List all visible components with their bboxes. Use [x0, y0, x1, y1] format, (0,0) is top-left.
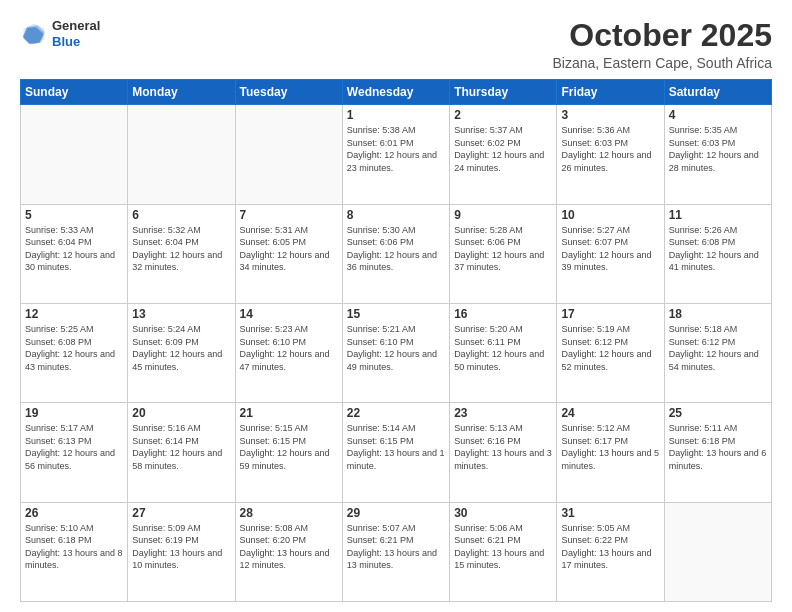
day-number: 25	[669, 406, 767, 420]
calendar-cell: 1Sunrise: 5:38 AM Sunset: 6:01 PM Daylig…	[342, 105, 449, 204]
day-info: Sunrise: 5:36 AM Sunset: 6:03 PM Dayligh…	[561, 124, 659, 174]
calendar-cell: 23Sunrise: 5:13 AM Sunset: 6:16 PM Dayli…	[450, 403, 557, 502]
calendar-week-row: 19Sunrise: 5:17 AM Sunset: 6:13 PM Dayli…	[21, 403, 772, 502]
day-info: Sunrise: 5:06 AM Sunset: 6:21 PM Dayligh…	[454, 522, 552, 572]
day-number: 8	[347, 208, 445, 222]
calendar-cell	[128, 105, 235, 204]
day-info: Sunrise: 5:23 AM Sunset: 6:10 PM Dayligh…	[240, 323, 338, 373]
day-info: Sunrise: 5:11 AM Sunset: 6:18 PM Dayligh…	[669, 422, 767, 472]
page: General Blue October 2025 Bizana, Easter…	[0, 0, 792, 612]
calendar-cell: 9Sunrise: 5:28 AM Sunset: 6:06 PM Daylig…	[450, 204, 557, 303]
day-number: 27	[132, 506, 230, 520]
day-number: 17	[561, 307, 659, 321]
day-number: 16	[454, 307, 552, 321]
day-number: 7	[240, 208, 338, 222]
calendar-cell: 4Sunrise: 5:35 AM Sunset: 6:03 PM Daylig…	[664, 105, 771, 204]
calendar-cell: 19Sunrise: 5:17 AM Sunset: 6:13 PM Dayli…	[21, 403, 128, 502]
calendar-cell: 22Sunrise: 5:14 AM Sunset: 6:15 PM Dayli…	[342, 403, 449, 502]
day-number: 31	[561, 506, 659, 520]
day-number: 15	[347, 307, 445, 321]
day-number: 14	[240, 307, 338, 321]
calendar-cell	[664, 502, 771, 601]
day-info: Sunrise: 5:37 AM Sunset: 6:02 PM Dayligh…	[454, 124, 552, 174]
day-info: Sunrise: 5:32 AM Sunset: 6:04 PM Dayligh…	[132, 224, 230, 274]
weekday-header: Monday	[128, 80, 235, 105]
location-subtitle: Bizana, Eastern Cape, South Africa	[553, 55, 772, 71]
day-number: 1	[347, 108, 445, 122]
calendar-cell: 11Sunrise: 5:26 AM Sunset: 6:08 PM Dayli…	[664, 204, 771, 303]
calendar-cell: 13Sunrise: 5:24 AM Sunset: 6:09 PM Dayli…	[128, 303, 235, 402]
day-info: Sunrise: 5:13 AM Sunset: 6:16 PM Dayligh…	[454, 422, 552, 472]
day-info: Sunrise: 5:19 AM Sunset: 6:12 PM Dayligh…	[561, 323, 659, 373]
logo: General Blue	[20, 18, 100, 49]
day-number: 6	[132, 208, 230, 222]
calendar-cell: 10Sunrise: 5:27 AM Sunset: 6:07 PM Dayli…	[557, 204, 664, 303]
day-info: Sunrise: 5:26 AM Sunset: 6:08 PM Dayligh…	[669, 224, 767, 274]
month-title: October 2025	[553, 18, 772, 53]
day-number: 21	[240, 406, 338, 420]
day-number: 22	[347, 406, 445, 420]
day-number: 13	[132, 307, 230, 321]
day-info: Sunrise: 5:35 AM Sunset: 6:03 PM Dayligh…	[669, 124, 767, 174]
day-number: 5	[25, 208, 123, 222]
day-number: 20	[132, 406, 230, 420]
day-info: Sunrise: 5:27 AM Sunset: 6:07 PM Dayligh…	[561, 224, 659, 274]
weekday-header: Friday	[557, 80, 664, 105]
calendar-cell: 7Sunrise: 5:31 AM Sunset: 6:05 PM Daylig…	[235, 204, 342, 303]
day-number: 4	[669, 108, 767, 122]
day-info: Sunrise: 5:17 AM Sunset: 6:13 PM Dayligh…	[25, 422, 123, 472]
day-info: Sunrise: 5:09 AM Sunset: 6:19 PM Dayligh…	[132, 522, 230, 572]
day-number: 18	[669, 307, 767, 321]
day-number: 30	[454, 506, 552, 520]
weekday-header: Saturday	[664, 80, 771, 105]
weekday-header: Wednesday	[342, 80, 449, 105]
calendar-cell: 18Sunrise: 5:18 AM Sunset: 6:12 PM Dayli…	[664, 303, 771, 402]
calendar-cell: 5Sunrise: 5:33 AM Sunset: 6:04 PM Daylig…	[21, 204, 128, 303]
day-number: 29	[347, 506, 445, 520]
calendar-cell: 30Sunrise: 5:06 AM Sunset: 6:21 PM Dayli…	[450, 502, 557, 601]
calendar-cell	[235, 105, 342, 204]
calendar-cell: 20Sunrise: 5:16 AM Sunset: 6:14 PM Dayli…	[128, 403, 235, 502]
calendar-week-row: 1Sunrise: 5:38 AM Sunset: 6:01 PM Daylig…	[21, 105, 772, 204]
calendar-cell: 31Sunrise: 5:05 AM Sunset: 6:22 PM Dayli…	[557, 502, 664, 601]
day-info: Sunrise: 5:28 AM Sunset: 6:06 PM Dayligh…	[454, 224, 552, 274]
logo-blue: Blue	[52, 34, 80, 49]
calendar-cell: 6Sunrise: 5:32 AM Sunset: 6:04 PM Daylig…	[128, 204, 235, 303]
weekday-header: Sunday	[21, 80, 128, 105]
logo-general: General	[52, 18, 100, 33]
calendar-cell: 21Sunrise: 5:15 AM Sunset: 6:15 PM Dayli…	[235, 403, 342, 502]
day-number: 10	[561, 208, 659, 222]
calendar-cell	[21, 105, 128, 204]
day-info: Sunrise: 5:05 AM Sunset: 6:22 PM Dayligh…	[561, 522, 659, 572]
calendar-cell: 12Sunrise: 5:25 AM Sunset: 6:08 PM Dayli…	[21, 303, 128, 402]
day-number: 11	[669, 208, 767, 222]
day-info: Sunrise: 5:38 AM Sunset: 6:01 PM Dayligh…	[347, 124, 445, 174]
day-number: 24	[561, 406, 659, 420]
day-info: Sunrise: 5:07 AM Sunset: 6:21 PM Dayligh…	[347, 522, 445, 572]
day-info: Sunrise: 5:21 AM Sunset: 6:10 PM Dayligh…	[347, 323, 445, 373]
day-info: Sunrise: 5:16 AM Sunset: 6:14 PM Dayligh…	[132, 422, 230, 472]
day-number: 12	[25, 307, 123, 321]
day-info: Sunrise: 5:10 AM Sunset: 6:18 PM Dayligh…	[25, 522, 123, 572]
calendar-header-row: SundayMondayTuesdayWednesdayThursdayFrid…	[21, 80, 772, 105]
day-number: 3	[561, 108, 659, 122]
day-number: 2	[454, 108, 552, 122]
calendar-cell: 2Sunrise: 5:37 AM Sunset: 6:02 PM Daylig…	[450, 105, 557, 204]
weekday-header: Thursday	[450, 80, 557, 105]
day-info: Sunrise: 5:15 AM Sunset: 6:15 PM Dayligh…	[240, 422, 338, 472]
day-info: Sunrise: 5:33 AM Sunset: 6:04 PM Dayligh…	[25, 224, 123, 274]
calendar-week-row: 12Sunrise: 5:25 AM Sunset: 6:08 PM Dayli…	[21, 303, 772, 402]
calendar-cell: 25Sunrise: 5:11 AM Sunset: 6:18 PM Dayli…	[664, 403, 771, 502]
title-block: October 2025 Bizana, Eastern Cape, South…	[553, 18, 772, 71]
day-info: Sunrise: 5:12 AM Sunset: 6:17 PM Dayligh…	[561, 422, 659, 472]
day-info: Sunrise: 5:30 AM Sunset: 6:06 PM Dayligh…	[347, 224, 445, 274]
calendar-cell: 28Sunrise: 5:08 AM Sunset: 6:20 PM Dayli…	[235, 502, 342, 601]
calendar-cell: 17Sunrise: 5:19 AM Sunset: 6:12 PM Dayli…	[557, 303, 664, 402]
weekday-header: Tuesday	[235, 80, 342, 105]
header: General Blue October 2025 Bizana, Easter…	[20, 18, 772, 71]
logo-icon	[20, 20, 48, 48]
logo-text: General Blue	[52, 18, 100, 49]
day-number: 9	[454, 208, 552, 222]
day-info: Sunrise: 5:20 AM Sunset: 6:11 PM Dayligh…	[454, 323, 552, 373]
calendar-cell: 29Sunrise: 5:07 AM Sunset: 6:21 PM Dayli…	[342, 502, 449, 601]
